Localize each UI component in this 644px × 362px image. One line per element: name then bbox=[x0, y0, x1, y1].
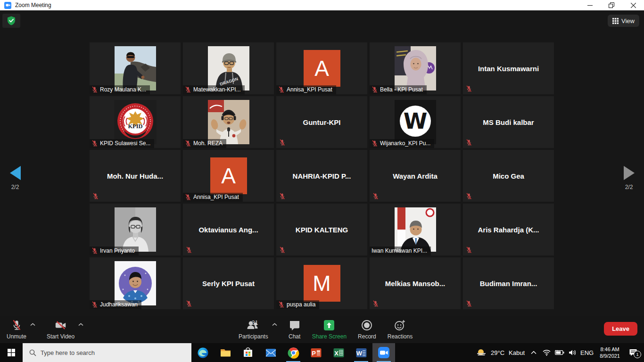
participant-name: Irvan Priyanto bbox=[100, 247, 135, 254]
video-muted-icon bbox=[54, 319, 67, 331]
next-page-control[interactable]: 2/2 bbox=[615, 166, 643, 190]
chat-icon bbox=[289, 319, 301, 331]
participant-name: Intan Kusmawarni bbox=[466, 42, 551, 94]
participant-name-strip: Annisa_KPI Pusat bbox=[183, 193, 243, 202]
mic-muted-icon bbox=[10, 319, 23, 331]
participant-tile[interactable]: M puspa aulia bbox=[276, 257, 367, 309]
taskbar-excel-icon[interactable]: X bbox=[327, 343, 350, 362]
unmute-button[interactable]: Unmute bbox=[7, 319, 26, 340]
participant-tile[interactable]: A Annisa_KPI Pusat bbox=[183, 150, 274, 202]
weather-temp[interactable]: 29°C bbox=[491, 349, 504, 356]
participant-tile[interactable]: Irvan Priyanto bbox=[90, 204, 181, 255]
speaker-icon[interactable] bbox=[569, 349, 576, 356]
windows-taskbar: Type here to search bbox=[0, 343, 644, 362]
taskbar-file-explorer-icon[interactable] bbox=[214, 343, 237, 362]
participant-tile[interactable]: Guntur-KPI bbox=[276, 96, 367, 148]
previous-page-control[interactable]: 2/2 bbox=[1, 166, 29, 190]
language-indicator[interactable]: ENG bbox=[580, 349, 594, 356]
restore-button[interactable] bbox=[601, 0, 622, 10]
chat-button[interactable]: Chat bbox=[289, 319, 301, 340]
participant-tile[interactable]: Aris Rahardja (K... bbox=[463, 204, 554, 255]
taskbar-clock[interactable]: 8:46 AM 8/9/2021 bbox=[598, 346, 622, 360]
weather-desc[interactable]: Kabut bbox=[509, 349, 525, 356]
participant-tile[interactable]: NAHRIA-KPID P... bbox=[276, 150, 367, 202]
previous-page-arrow-icon[interactable] bbox=[10, 166, 21, 180]
participant-tile[interactable]: Rozy Maulana K... bbox=[90, 42, 181, 94]
participant-tile[interactable]: MS Budi kalbar bbox=[463, 96, 554, 148]
participant-tile[interactable]: DRAGON Matewakkan-KPI... bbox=[183, 42, 274, 94]
start-video-button[interactable]: Start Video bbox=[47, 319, 74, 340]
participant-tile[interactable]: Iwan Kurniawan KPI... bbox=[370, 204, 461, 255]
grid-view-icon bbox=[612, 18, 619, 24]
participant-name-strip: Moh. REZA bbox=[183, 139, 226, 148]
zoom-control-toolbar: Unmute Start Video bbox=[0, 316, 644, 343]
participant-tile[interactable]: A Annisa_KPI Pusat bbox=[276, 42, 367, 94]
minimize-button[interactable] bbox=[579, 0, 601, 10]
participant-tile[interactable]: Wayan Ardita bbox=[370, 150, 461, 202]
next-page-arrow-icon[interactable] bbox=[624, 166, 635, 180]
video-options-chevron[interactable] bbox=[78, 323, 83, 326]
svg-text:KPID: KPID bbox=[128, 123, 142, 130]
wifi-icon[interactable] bbox=[543, 349, 551, 356]
muted-mic-icon bbox=[466, 139, 472, 146]
participant-tile[interactable]: Mico Gea bbox=[463, 150, 554, 202]
weather-icon[interactable] bbox=[476, 347, 487, 358]
participant-tile[interactable]: W Wijanarko_KPI Pu... bbox=[370, 96, 461, 148]
view-button-label: View bbox=[621, 17, 635, 25]
participant-tile[interactable]: Intan Kusmawarni bbox=[463, 42, 554, 94]
taskbar-zoom-icon[interactable] bbox=[372, 343, 395, 362]
participant-video-frame: DRAGON bbox=[208, 46, 249, 90]
leave-button[interactable]: Leave bbox=[604, 322, 637, 336]
share-screen-label: Share Screen bbox=[312, 333, 347, 340]
share-screen-button[interactable]: Share Screen bbox=[312, 319, 347, 340]
participants-button[interactable]: 31 Participants bbox=[239, 319, 268, 340]
taskbar-powerpoint-icon[interactable]: P bbox=[305, 343, 327, 362]
participant-tile[interactable]: KPID KPID Sulawesi Se... bbox=[90, 96, 181, 148]
record-button[interactable]: Record bbox=[358, 319, 376, 340]
participant-tile[interactable]: Oktavianus Ang... bbox=[183, 204, 274, 255]
participant-tile[interactable]: Budiman Imran... bbox=[463, 257, 554, 309]
tray-chevron-up-icon[interactable] bbox=[529, 351, 538, 354]
participant-tile[interactable]: Judhariksawan bbox=[90, 257, 181, 309]
initial-avatar: A bbox=[210, 157, 247, 194]
audio-options-chevron[interactable] bbox=[30, 323, 35, 326]
participant-tile[interactable]: KPID KALTENG bbox=[276, 204, 367, 255]
start-video-label: Start Video bbox=[47, 333, 74, 340]
taskbar-word-icon[interactable]: W bbox=[350, 343, 372, 362]
participant-name: Guntur-KPI bbox=[279, 96, 364, 148]
battery-icon[interactable] bbox=[555, 350, 564, 355]
participants-options-chevron[interactable] bbox=[272, 323, 277, 326]
reactions-button[interactable]: Reactions bbox=[388, 319, 413, 340]
participant-video-frame bbox=[115, 261, 156, 305]
record-label: Record bbox=[358, 333, 376, 340]
taskbar-store-icon[interactable] bbox=[237, 343, 259, 362]
close-button[interactable] bbox=[622, 0, 644, 10]
security-shield-button[interactable] bbox=[2, 14, 20, 28]
window-title: Zoom Meeting bbox=[15, 2, 51, 8]
view-button[interactable]: View bbox=[608, 15, 639, 27]
muted-mic-icon bbox=[372, 140, 378, 147]
participant-name: Moh. Nur Huda... bbox=[92, 150, 178, 202]
participant-tile[interactable]: Moh. Nur Huda... bbox=[90, 150, 181, 202]
taskbar-search-input[interactable]: Type here to search bbox=[23, 343, 191, 362]
participant-name: Wayan Ardita bbox=[372, 150, 458, 202]
participant-video-frame bbox=[395, 207, 436, 252]
muted-mic-icon bbox=[185, 194, 191, 200]
participant-tile[interactable]: Serly KPI Pusat bbox=[183, 257, 274, 309]
participant-name: Budiman Imran... bbox=[466, 257, 551, 309]
muted-mic-icon bbox=[91, 301, 98, 308]
participant-tile[interactable]: Melkias Mansob... bbox=[370, 257, 461, 309]
search-placeholder: Type here to search bbox=[41, 349, 95, 356]
participant-tile[interactable]: Bella - KPI Pusat bbox=[370, 42, 461, 94]
taskbar-edge-icon[interactable] bbox=[191, 343, 214, 362]
taskbar-chrome-icon[interactable] bbox=[282, 343, 305, 362]
taskbar-mail-icon[interactable] bbox=[259, 343, 282, 362]
muted-mic-icon bbox=[186, 300, 192, 307]
muted-mic-icon bbox=[466, 247, 472, 253]
start-button[interactable] bbox=[0, 343, 23, 362]
participant-tile[interactable]: Moh. REZA bbox=[183, 96, 274, 148]
participant-name: Serly KPI Pusat bbox=[186, 257, 271, 309]
muted-mic-icon bbox=[91, 86, 98, 93]
action-center-button[interactable]: 1 bbox=[626, 349, 640, 356]
participant-video-frame bbox=[208, 100, 249, 144]
